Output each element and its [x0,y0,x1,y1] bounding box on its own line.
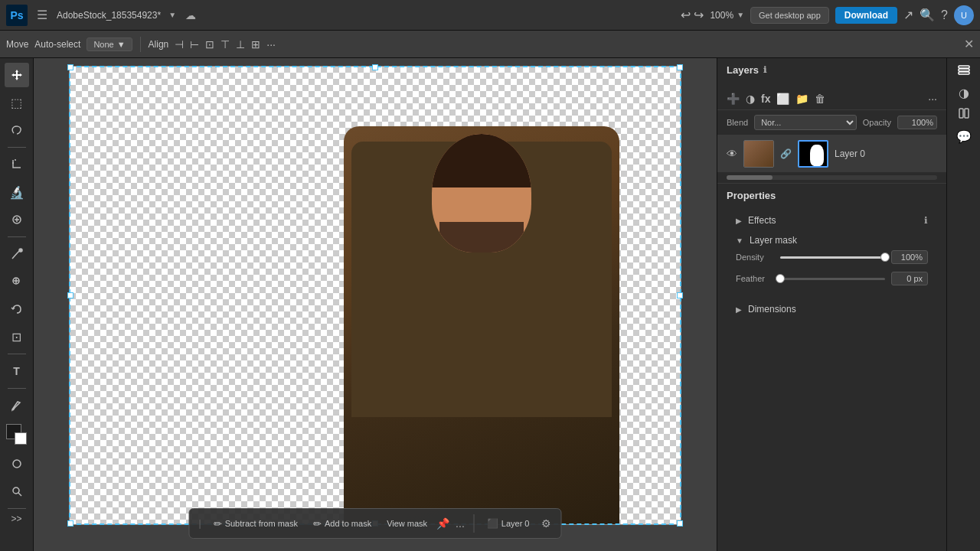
move-tool[interactable] [5,63,29,87]
align-bottom-icon[interactable]: ⊞ [251,38,260,51]
layers-toolbar: ➕ ◑ fx ⬜ 📁 🗑 ··· [717,88,946,110]
feather-slider-thumb[interactable] [776,274,785,283]
toolbar-pin-icon[interactable]: 📌 [436,517,449,530]
eraser-tool[interactable]: ⊡ [5,324,29,349]
feather-value-input[interactable] [891,272,928,285]
crop-tool[interactable] [5,152,29,177]
density-value-input[interactable] [891,250,928,264]
density-slider-fill [780,256,885,259]
add-layer-icon[interactable]: ➕ [727,93,740,105]
doc-title: AdobeStock_185354923* [57,10,161,21]
left-toolbar: ⬚ 🔬 ⊡ T [0,58,34,551]
effects-row[interactable]: ▶ Effects ℹ [727,210,937,230]
svg-rect-5 [959,66,969,68]
right-side: Layers ℹ ➕ ◑ fx ⬜ 📁 🗑 ··· Blend Nor...Mu… [717,58,980,551]
group-icon[interactable]: 📁 [795,93,808,105]
history-brush-tool[interactable] [5,297,29,321]
more-options-button[interactable]: ... [452,517,468,530]
move-label: Move [6,39,28,50]
layer-mask-label: Layer mask [750,235,928,246]
none-dropdown[interactable]: None ▼ [87,37,132,51]
share-icon[interactable]: ↗ [903,8,913,22]
close-options-button[interactable]: ✕ [964,37,974,51]
pen-tool[interactable] [5,393,29,418]
get-desktop-button[interactable]: Get desktop app [750,7,829,24]
density-slider-thumb[interactable] [880,253,890,262]
layer-item[interactable]: 👁 🔗 Layer 0 [717,135,946,172]
subtract-from-mask-button[interactable]: ✏ Subtract from mask [207,515,304,533]
adjustment-icon[interactable]: ◑ [746,93,755,105]
align-center-v-icon[interactable]: ⊥ [236,38,245,51]
layers-more-icon[interactable]: ··· [928,93,937,105]
separator4 [8,388,26,389]
svg-rect-7 [959,72,969,74]
add-to-mask-button[interactable]: ✏ Add to mask [307,515,377,533]
right-icon-strip: ◑ 💬 [946,58,980,551]
selection-tool[interactable]: ⬚ [5,90,29,115]
shape-tool[interactable] [5,452,29,476]
layers-panel-icon[interactable] [957,63,971,80]
zoom-dropdown-icon[interactable]: ▼ [737,11,744,19]
top-bar-right: ↩ ↪ 100% ▼ Get desktop app Download ↗ 🔍 … [681,5,974,25]
brush-tool[interactable] [5,242,29,266]
effects-info-icon[interactable]: ℹ [924,215,928,226]
feather-slider-track[interactable] [780,278,885,280]
zoom-value[interactable]: 100% [710,10,733,21]
more-tools-icon[interactable]: >> [11,514,21,524]
layers-info-icon[interactable]: ℹ [763,65,766,75]
libraries-panel-icon[interactable] [957,106,971,123]
zoom-tool[interactable] [5,479,29,504]
help-icon[interactable]: ? [941,8,948,22]
mask-icon[interactable]: ⬜ [776,93,789,105]
heal-tool[interactable] [5,207,29,232]
fx-icon[interactable]: fx [761,93,770,105]
ps-logo: Ps [6,5,28,26]
toolbar-settings-icon[interactable]: ⚙ [538,517,554,530]
svg-point-1 [19,249,22,252]
redo-icon[interactable]: ↪ [694,8,704,22]
download-button[interactable]: Download [835,7,897,24]
doc-dropdown-icon[interactable]: ▼ [168,11,176,19]
layer-thumbnail [743,140,774,168]
layer-mask-row[interactable]: ▼ Layer mask [727,230,937,250]
dimensions-chevron-icon: ▶ [736,305,742,314]
undo-icon[interactable]: ↩ [681,8,691,22]
main-area: ⬚ 🔬 ⊡ T [0,58,980,551]
layer-mask-thumbnail[interactable] [798,140,828,168]
layers-scrollbar[interactable] [727,175,937,180]
person-head [432,134,531,253]
more-options-icon[interactable]: ··· [266,38,276,51]
view-mask-button[interactable]: View mask [381,516,433,531]
layer-link-icon[interactable]: 🔗 [780,148,792,159]
lasso-tool[interactable] [5,118,29,142]
bottom-toolbar: | ✏ Subtract from mask ✏ Add to mask Vie… [189,508,562,539]
search-icon[interactable]: 🔍 [920,8,935,22]
layers-scrollbar-thumb[interactable] [727,175,773,180]
layer-icon: ⬛ [487,518,498,529]
layer-thumb-content [744,141,773,167]
color-swatches[interactable] [6,424,28,445]
hamburger-icon[interactable]: ☰ [37,8,47,22]
options-bar: Move Auto-select None ▼ Align ⊣ ⊢ ⊡ ⊤ ⊥ … [0,31,980,58]
foreground-color[interactable] [6,424,21,439]
layer-visibility-icon[interactable]: 👁 [727,148,737,160]
dimensions-row[interactable]: ▶ Dimensions [727,299,937,319]
blend-mode-select[interactable]: Nor...MultiplyScreenOverlay [754,115,857,130]
align-right-icon[interactable]: ⊡ [205,38,214,51]
align-top-icon[interactable]: ⊤ [220,38,230,51]
cloud-icon[interactable]: ☁ [185,9,196,21]
eyedropper-tool[interactable]: 🔬 [5,180,29,204]
adjustments-panel-icon[interactable]: ◑ [959,86,969,100]
align-left-icon[interactable]: ⊣ [175,38,184,51]
density-slider-track[interactable] [780,256,885,259]
user-avatar[interactable]: U [954,5,974,25]
delete-layer-icon[interactable]: 🗑 [815,93,825,105]
text-tool[interactable]: T [5,359,29,383]
clone-tool[interactable] [5,269,29,294]
comments-panel-icon[interactable]: 💬 [956,129,972,144]
align-center-h-icon[interactable]: ⊢ [190,38,199,51]
feather-label: Feather [736,274,774,283]
opacity-input[interactable] [897,116,937,129]
background-color[interactable] [15,432,27,445]
density-row: Density [736,250,928,264]
